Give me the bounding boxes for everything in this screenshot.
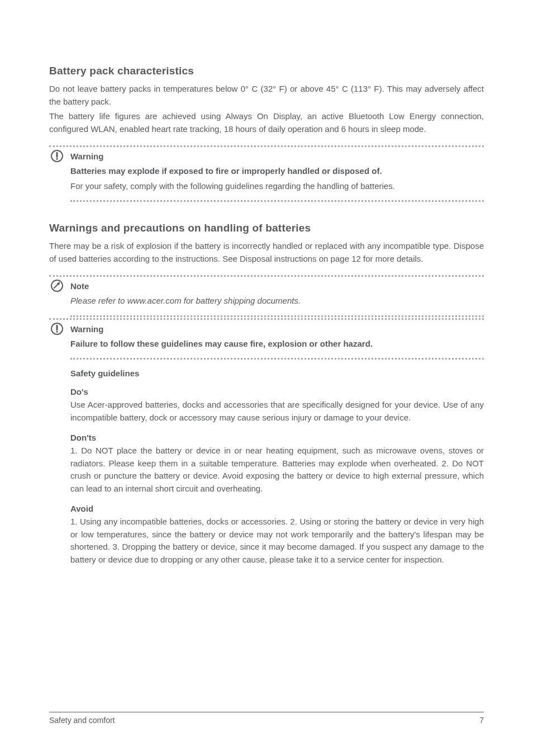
note-label: Note — [70, 281, 89, 291]
guideline-subheading: Don'ts — [70, 433, 484, 442]
guideline-subheading: Avoid — [70, 504, 484, 513]
svg-point-2 — [56, 158, 58, 160]
warning-label: Warning — [70, 152, 103, 161]
svg-point-6 — [56, 330, 58, 332]
warning-body: For your safety, comply with the followi… — [70, 180, 484, 193]
warning-icon — [49, 321, 65, 337]
guideline-text: 1. Using any incompatible batteries, doc… — [70, 516, 484, 566]
section-heading: Warnings and precautions on handling of … — [49, 222, 484, 234]
section-heading: Battery pack characteristics — [49, 65, 484, 77]
warning-icon — [49, 148, 65, 164]
page-footer: Safety and comfort 7 — [49, 712, 484, 725]
guideline-text: 1. Do NOT place the battery or device in… — [70, 445, 484, 495]
note-body: Please refer to www.acer.com for battery… — [70, 296, 301, 305]
footer-title: Safety and comfort — [49, 716, 115, 725]
warning-lead: Batteries may explode if exposed to fire… — [70, 166, 382, 176]
note-icon — [49, 278, 65, 294]
body-text: Do not leave battery packs in temperatur… — [49, 83, 484, 108]
body-text: The battery life figures are achieved us… — [49, 110, 484, 135]
body-text: There may be a risk of explosion if the … — [49, 240, 484, 265]
footer-page-number: 7 — [479, 716, 484, 725]
guideline-subheading: Do's — [70, 387, 484, 396]
warning-label: Warning — [70, 324, 103, 334]
warning-lead: Failure to follow these guidelines may c… — [70, 339, 373, 348]
guideline-subheading: Safety guidelines — [70, 368, 484, 378]
guideline-text: Use Acer-approved batteries, docks and a… — [70, 399, 484, 424]
